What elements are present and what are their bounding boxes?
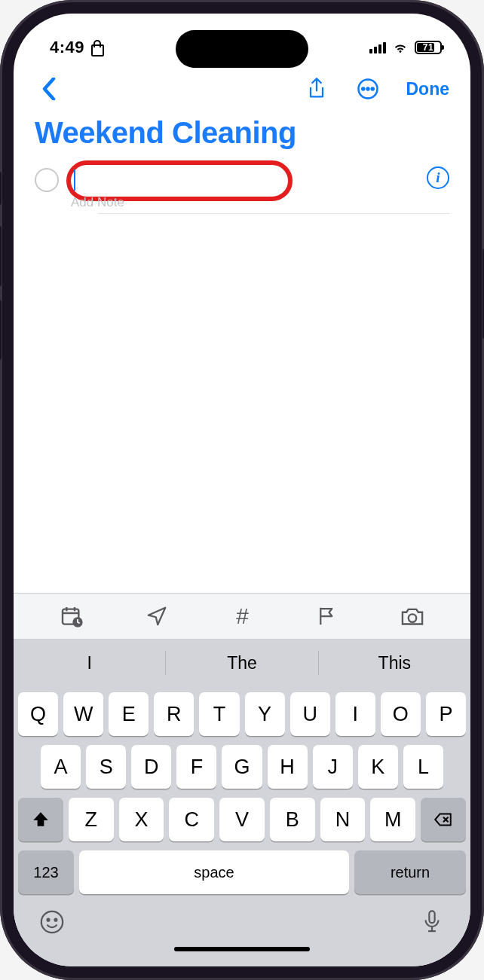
key-y[interactable]: Y xyxy=(245,692,285,736)
suggestion-2[interactable]: The xyxy=(166,640,317,686)
row-divider xyxy=(98,213,449,214)
reminder-row[interactable]: Add Note i xyxy=(35,165,449,213)
key-j[interactable]: J xyxy=(313,745,353,789)
nav-bar: Done xyxy=(14,68,470,110)
info-button[interactable]: i xyxy=(427,166,449,189)
tag-toolbar-button[interactable]: # xyxy=(227,601,257,631)
cellular-signal-icon xyxy=(369,41,386,53)
key-w[interactable]: W xyxy=(63,692,103,736)
suggestion-1[interactable]: I xyxy=(14,640,165,686)
reminder-checkbox[interactable] xyxy=(35,168,59,192)
backspace-key[interactable] xyxy=(421,798,466,841)
key-c[interactable]: C xyxy=(169,798,214,841)
calendar-toolbar-button[interactable] xyxy=(57,601,87,631)
key-u[interactable]: U xyxy=(290,692,330,736)
status-time: 4:49 xyxy=(50,38,84,57)
key-g[interactable]: G xyxy=(222,745,262,789)
screen: 4:49 71 xyxy=(14,14,470,966)
keyboard-toolbar: # xyxy=(14,593,470,640)
back-button[interactable] xyxy=(35,76,60,102)
share-button[interactable] xyxy=(304,76,329,102)
add-note-placeholder[interactable]: Add Note xyxy=(71,195,124,210)
svg-point-13 xyxy=(47,919,50,921)
return-key[interactable]: return xyxy=(354,850,466,894)
key-i[interactable]: I xyxy=(335,692,375,736)
key-e[interactable]: E xyxy=(109,692,149,736)
svg-point-12 xyxy=(41,911,63,933)
svg-point-9 xyxy=(409,614,416,621)
iphone-frame: 4:49 71 xyxy=(0,0,484,980)
more-button[interactable] xyxy=(355,76,381,102)
camera-toolbar-button[interactable] xyxy=(397,601,427,631)
volume-up-button xyxy=(0,226,2,286)
battery-icon: 71 xyxy=(415,41,442,54)
key-o[interactable]: O xyxy=(381,692,421,736)
battery-percent: 71 xyxy=(416,42,440,53)
key-s[interactable]: S xyxy=(86,745,126,789)
reminder-title-field[interactable]: Add Note xyxy=(71,165,415,197)
key-f[interactable]: F xyxy=(176,745,216,789)
dictation-button[interactable] xyxy=(418,908,446,936)
key-z[interactable]: Z xyxy=(69,798,114,841)
lock-icon xyxy=(90,40,103,55)
svg-point-1 xyxy=(362,88,364,90)
key-m[interactable]: M xyxy=(370,798,415,841)
key-a[interactable]: A xyxy=(41,745,81,789)
volume-down-button xyxy=(0,300,2,360)
flag-toolbar-button[interactable] xyxy=(312,601,342,631)
list-title: Weekend Cleaning xyxy=(35,116,449,150)
home-indicator[interactable] xyxy=(174,947,310,951)
key-q[interactable]: Q xyxy=(18,692,58,736)
svg-rect-15 xyxy=(429,911,434,923)
shift-key[interactable] xyxy=(18,798,63,841)
key-h[interactable]: H xyxy=(268,745,308,789)
text-cursor xyxy=(74,169,75,191)
space-key[interactable]: space xyxy=(79,850,349,894)
svg-point-3 xyxy=(371,88,373,90)
suggestion-3[interactable]: This xyxy=(319,640,470,686)
emoji-button[interactable] xyxy=(38,908,66,936)
key-t[interactable]: T xyxy=(199,692,239,736)
ringer-switch xyxy=(0,172,2,205)
key-x[interactable]: X xyxy=(119,798,164,841)
done-button[interactable]: Done xyxy=(406,79,450,99)
key-d[interactable]: D xyxy=(131,745,171,789)
key-l[interactable]: L xyxy=(403,745,443,789)
key-k[interactable]: K xyxy=(358,745,398,789)
wifi-icon xyxy=(392,39,409,56)
numbers-key[interactable]: 123 xyxy=(18,850,74,894)
svg-point-2 xyxy=(366,88,369,90)
svg-point-14 xyxy=(55,919,57,921)
keyboard-suggestions: I The This xyxy=(14,640,470,686)
key-p[interactable]: P xyxy=(426,692,466,736)
dynamic-island xyxy=(176,30,308,68)
keyboard: Q W E R T Y U I O P A S D F G H J K L xyxy=(14,686,470,966)
key-v[interactable]: V xyxy=(219,798,265,841)
content-area: Weekend Cleaning Add Note i xyxy=(14,110,470,593)
key-n[interactable]: N xyxy=(320,798,366,841)
key-b[interactable]: B xyxy=(270,798,315,841)
key-r[interactable]: R xyxy=(154,692,194,736)
location-toolbar-button[interactable] xyxy=(142,601,172,631)
